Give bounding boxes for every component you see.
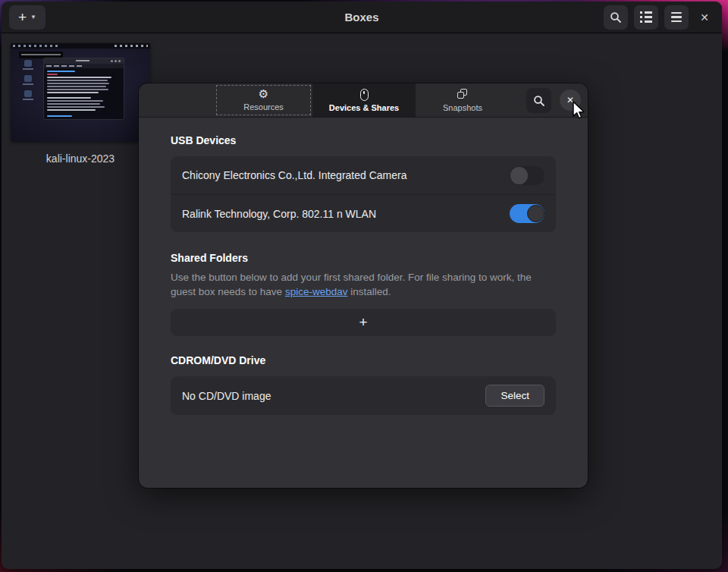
cdrom-row: No CD/DVD image Select [171, 376, 556, 415]
add-shared-folder-button[interactable]: + [171, 309, 556, 336]
mouse-icon [360, 89, 369, 101]
window-close-button[interactable]: ✕ [695, 8, 714, 27]
thumb-terminal-window [43, 58, 124, 120]
thumb-top-panel [11, 43, 150, 49]
dialog-close-button[interactable]: ✕ [560, 90, 581, 111]
usb-device-row: Ralink Technology, Corp. 802.11 n WLAN [171, 194, 556, 232]
terminal-lines [44, 68, 124, 121]
shared-folders-section-title: Shared Folders [171, 252, 556, 264]
usb-device-name: Chicony Electronics Co.,Ltd. Integrated … [182, 169, 510, 181]
snapshots-icon [457, 89, 469, 101]
search-button[interactable] [604, 5, 628, 30]
tab-label: Resources [243, 102, 284, 112]
devices-shares-page: USB Devices Chicony Electronics Co.,Ltd.… [139, 118, 588, 432]
plus-icon: + [18, 10, 27, 24]
shared-folders-description: Use the button below to add your first s… [171, 270, 556, 299]
cdrom-select-button[interactable]: Select [485, 385, 544, 407]
search-icon [610, 11, 622, 24]
gear-icon: ⚙ [259, 89, 268, 100]
chevron-down-icon: ▼ [30, 14, 36, 20]
hamburger-icon [671, 12, 682, 23]
tab-devices-shares[interactable]: Devices & Shares [312, 83, 416, 117]
tab-snapshots[interactable]: Snapshots [416, 83, 510, 117]
thumb-desktop-icon [24, 90, 32, 97]
headerbar-right-group: ✕ [604, 5, 714, 30]
thumb-desktop-icon [24, 75, 32, 82]
toggle-knob [510, 167, 528, 184]
desktop: + ▼ Boxes [0, 0, 728, 572]
properties-dialog: ⚙ Resources Devices & Shares Snapshots ✕… [139, 83, 588, 488]
usb-devices-list: Chicony Electronics Co.,Ltd. Integrated … [171, 156, 556, 232]
dialog-search-button[interactable] [526, 88, 551, 113]
tab-label: Devices & Shares [329, 103, 399, 112]
usb-device-name: Ralink Technology, Corp. 802.11 n WLAN [182, 208, 510, 220]
usb-device-row: Chicony Electronics Co.,Ltd. Integrated … [171, 156, 556, 194]
new-vm-button[interactable]: + ▼ [9, 5, 46, 30]
dialog-headerbar: ⚙ Resources Devices & Shares Snapshots ✕ [139, 83, 588, 118]
description-text: installed. [347, 286, 391, 297]
vm-thumbnail [11, 43, 150, 142]
cdrom-section-title: CDROM/DVD Drive [171, 354, 556, 366]
vm-tile-kali[interactable]: kali-linux-2023 [11, 43, 152, 165]
vm-name-label: kali-linux-2023 [11, 152, 150, 165]
list-view-button[interactable] [634, 5, 658, 30]
thumb-desktop-icon [24, 60, 32, 67]
usb-toggle-camera[interactable] [510, 166, 544, 185]
tab-label: Snapshots [443, 103, 482, 112]
list-view-icon [640, 11, 652, 23]
usb-toggle-wlan[interactable] [510, 204, 544, 223]
spice-webdav-link[interactable]: spice-webdav [285, 286, 348, 297]
search-icon [533, 95, 545, 107]
menu-button[interactable] [664, 5, 689, 30]
cdrom-card: No CD/DVD image Select [171, 376, 556, 415]
tab-resources[interactable]: ⚙ Resources [215, 83, 312, 117]
main-headerbar: + ▼ Boxes [2, 2, 722, 33]
usb-section-title: USB Devices [171, 134, 556, 146]
toggle-knob [527, 205, 544, 222]
cdrom-value: No CD/DVD image [182, 390, 485, 402]
